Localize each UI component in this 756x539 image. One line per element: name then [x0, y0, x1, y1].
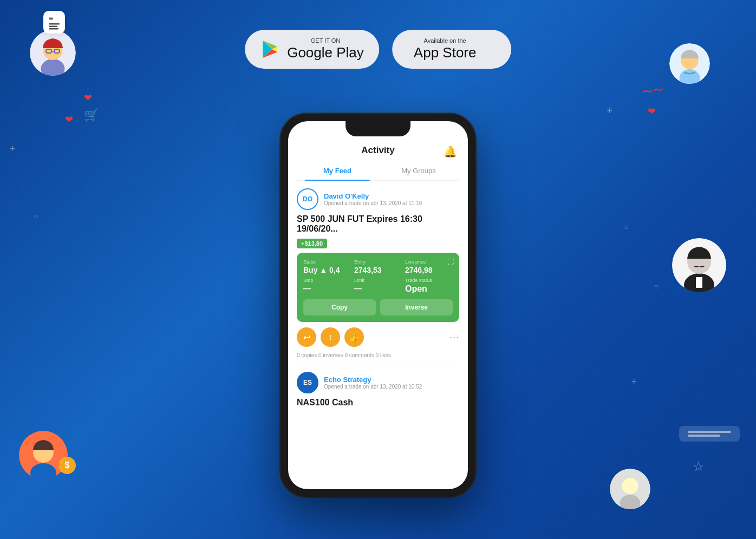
svg-rect-29 — [696, 277, 702, 288]
feed-item-1: DO David O'Kelly Opened a trade on abr 1… — [288, 181, 468, 322]
google-play-icon — [260, 39, 281, 60]
phone-screen: Activity 🔔 My Feed My Groups DO David O'… — [288, 121, 468, 489]
expand-icon: ⛶ — [447, 258, 454, 266]
user-sub-2: Opened a trade on abr 13, 2020 at 10:52 — [324, 384, 422, 390]
location-dot-1 — [34, 211, 38, 221]
avatar-decoration-3 — [19, 431, 68, 479]
dollar-badge-decoration: $ — [58, 457, 76, 474]
live-price-value: 2746,98 — [405, 266, 453, 274]
svg-point-33 — [622, 478, 638, 494]
avatar-decoration-1 — [30, 30, 76, 76]
user-info-2: Echo Strategy Opened a trade on abr 13, … — [324, 376, 422, 390]
user-name-2: Echo Strategy — [324, 376, 422, 384]
plus-decoration-1: + — [10, 143, 16, 155]
trade-title-1: SP 500 JUN FUT Expires 16:30 19/06/20... — [297, 214, 459, 234]
live-price-label: Live price — [405, 259, 453, 265]
inverse-button[interactable]: Inverse — [380, 299, 453, 315]
user-sub-1: Opened a trade on abr 13, 2020 at 11:16 — [324, 200, 422, 206]
trade-card-buttons: Copy Inverse — [303, 299, 453, 315]
limit-label: Limit — [354, 278, 402, 283]
limit-field: Limit — — [354, 278, 402, 294]
app-store-text: Available on the App Store — [414, 37, 477, 61]
phone-outer: Activity 🔔 My Feed My Groups DO David O'… — [281, 114, 475, 497]
live-price-field: Live price 2746,98 — [405, 259, 453, 274]
app-store-top-label: Available on the — [414, 37, 477, 44]
action-dots[interactable]: ··· — [449, 332, 459, 343]
location-dot-3 — [624, 222, 629, 232]
phone-mockup: Activity 🔔 My Feed My Groups DO David O'… — [281, 114, 475, 497]
trade-status-value: Open — [405, 284, 453, 294]
trade-card-grid: Stake Buy ▲ 0,4 Entry 2743,53 Live price… — [303, 259, 453, 294]
entry-field: Entry 2743,53 — [354, 259, 402, 274]
avatar-decoration-5 — [610, 469, 650, 509]
cart-decoration: 🛒 — [84, 108, 99, 122]
google-play-main-label: Google Play — [287, 44, 364, 61]
avatar-decoration-4 — [672, 238, 726, 292]
app-tabs: My Feed My Groups — [297, 161, 459, 181]
entry-label: Entry — [354, 259, 402, 265]
svg-rect-13 — [49, 26, 57, 28]
user-name-1: David O'Kelly — [324, 192, 422, 200]
action-circle-2[interactable]: ↕ — [321, 327, 340, 347]
star-decoration: ☆ — [693, 459, 705, 474]
stop-field: Stop — — [303, 278, 351, 294]
heart-decoration-1: ❤ — [84, 92, 92, 104]
trade-badge-1: +$13,80 — [297, 239, 327, 248]
user-avatar-echo: ES — [297, 372, 318, 393]
plus-decoration-3: + — [631, 376, 637, 387]
google-play-top-label: GET IT ON — [287, 37, 364, 44]
heart-decoration-2: ❤ — [65, 114, 73, 126]
small-card-decoration — [679, 426, 740, 442]
google-play-button[interactable]: GET IT ON Google Play — [245, 30, 379, 69]
action-icons-row: ↩ ↕ 👍 ··· — [288, 322, 468, 352]
limit-value: — — [354, 284, 402, 293]
stop-label: Stop — [303, 278, 351, 283]
user-info-1: David O'Kelly Opened a trade on abr 13, … — [324, 192, 422, 206]
svg-rect-12 — [49, 23, 60, 25]
trade-card-1: ⛶ Stake Buy ▲ 0,4 Entry 2743,53 Live pri… — [297, 253, 459, 322]
chat-bubble-decoration — [43, 11, 65, 34]
stop-value: — — [303, 284, 351, 293]
stats-text: 0 copies 0 inverses 0 comments 0 likes — [297, 352, 391, 358]
store-buttons-container: GET IT ON Google Play Available on the A… — [245, 30, 511, 69]
bell-icon: 🔔 — [444, 145, 457, 158]
tab-my-feed[interactable]: My Feed — [297, 161, 378, 180]
trade-status-field: Trade status Open — [405, 278, 453, 294]
stake-value: Buy ▲ 0,4 — [303, 266, 351, 274]
stake-label: Stake — [303, 259, 351, 265]
location-dot-2 — [654, 281, 659, 291]
svg-rect-14 — [49, 28, 58, 30]
app-store-button[interactable]: Available on the App Store — [392, 30, 511, 69]
user-avatar-do: DO — [297, 188, 318, 210]
app-title: Activity — [361, 145, 394, 156]
entry-value: 2743,53 — [354, 266, 402, 274]
action-circle-3[interactable]: 👍 — [344, 327, 364, 347]
stats-row: 0 copies 0 inverses 0 comments 0 likes — [288, 352, 468, 364]
app-store-main-label: App Store — [414, 44, 477, 61]
tab-my-groups[interactable]: My Groups — [378, 161, 459, 180]
heart-decoration-3: ❤ — [648, 106, 656, 117]
stake-field: Stake Buy ▲ 0,4 — [303, 259, 351, 274]
avatar-decoration-2 — [669, 43, 710, 84]
feed-user-row-2: ES Echo Strategy Opened a trade on abr 1… — [297, 372, 459, 393]
trade-title-2: NAS100 Cash — [297, 398, 459, 407]
copy-button[interactable]: Copy — [303, 299, 376, 315]
google-play-text: GET IT ON Google Play — [287, 37, 364, 61]
plus-decoration-2: + — [607, 106, 612, 117]
phone-notch — [346, 121, 410, 136]
trade-status-label: Trade status — [405, 278, 453, 283]
feed-item-2: ES Echo Strategy Opened a trade on abr 1… — [288, 364, 468, 407]
feed-user-row-1: DO David O'Kelly Opened a trade on abr 1… — [297, 188, 459, 210]
action-circle-1[interactable]: ↩ — [297, 327, 316, 347]
